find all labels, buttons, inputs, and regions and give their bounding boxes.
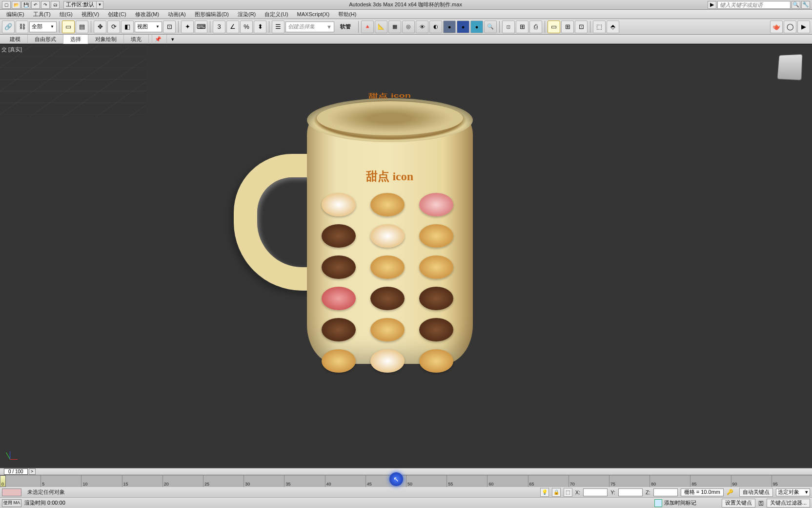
menu-animation[interactable]: 动画(A)	[163, 10, 190, 19]
ribbon-tab-object-paint[interactable]: 对象绘制	[88, 35, 124, 44]
auto-key-button[interactable]: 自动关键点	[739, 488, 773, 497]
render-setup-button[interactable]: ●	[457, 21, 469, 33]
dessert-icon	[370, 318, 405, 341]
render-iterative-icon[interactable]: ◯	[784, 21, 796, 33]
angle-snap-toggle[interactable]: ∠	[226, 21, 239, 33]
open-file-icon[interactable]: 📂	[12, 1, 20, 9]
link-icon[interactable]: 🔗	[2, 21, 15, 33]
workspace-selector[interactable]: 工作区: 默认 ▼	[63, 1, 103, 9]
time-slider[interactable]: ↖ 05101520253035404550556065707580859095…	[0, 475, 812, 487]
time-tick: 55	[447, 475, 453, 487]
viewcube[interactable]	[777, 54, 803, 81]
toggle-ribbon-button[interactable]: ▭	[548, 21, 560, 33]
edit-named-sel-button[interactable]: ☰	[272, 21, 284, 33]
teapot-render-icon[interactable]: 🫖	[770, 21, 783, 33]
ribbon-tab-populate[interactable]: 填充	[124, 35, 149, 44]
save-file-icon[interactable]: 💾	[21, 1, 30, 9]
key-filters-button[interactable]: 关键点过滤器...	[767, 499, 810, 508]
menu-edit[interactable]: 编辑(E)	[2, 10, 29, 19]
open-container-button[interactable]: ⬚	[593, 21, 606, 33]
menu-maxscript[interactable]: MAXScript(X)	[293, 10, 334, 19]
inherit-container-button[interactable]: ⬘	[607, 21, 619, 33]
help-icon[interactable]: 🔧	[801, 1, 810, 9]
ribbon-tab-selection[interactable]: 选择	[63, 35, 88, 44]
material-editor-button[interactable]: ●	[443, 21, 456, 33]
select-by-name-button[interactable]: ▤	[76, 21, 88, 33]
ribbon-pin-icon[interactable]: 📌	[152, 35, 163, 44]
menu-create[interactable]: 创建(C)	[103, 10, 130, 19]
ribbon-tab-freeform[interactable]: 自由形式	[28, 35, 63, 44]
project-folder-icon[interactable]: 🗂	[51, 1, 60, 9]
curve-editor-button[interactable]: 👁	[416, 21, 428, 33]
coord-z-input[interactable]	[653, 488, 678, 496]
search-icon[interactable]: 🔍	[792, 1, 800, 9]
frame-indicator[interactable]: 0 / 100	[4, 468, 28, 475]
percent-snap-toggle[interactable]: %	[240, 21, 253, 33]
infocenter-arrow-icon[interactable]: ▶	[708, 1, 716, 9]
unlink-icon[interactable]: ⛓	[16, 21, 28, 33]
layer-manager-button[interactable]: ▦	[388, 21, 401, 33]
array-button[interactable]: ⊞	[516, 21, 528, 33]
manage-layers-button[interactable]: ⊡	[575, 21, 588, 33]
menu-tools[interactable]: 工具(T)	[29, 10, 55, 19]
chevron-down-icon: ▼	[50, 24, 54, 29]
menu-rendering[interactable]: 渲染(R)	[233, 10, 260, 19]
menu-customize[interactable]: 自定义(U)	[260, 10, 292, 19]
viewport-label[interactable]: 交 [真实]	[1, 46, 22, 53]
undo-icon[interactable]: ↶	[31, 1, 40, 9]
coord-y-input[interactable]	[618, 488, 643, 496]
cursor-highlight	[389, 472, 403, 486]
viewport-layout-button[interactable]: ⊞	[561, 21, 574, 33]
new-file-icon[interactable]: ▢	[2, 1, 11, 9]
lock-selection-icon[interactable]: 💡	[540, 488, 549, 497]
selection-lock-icon[interactable]: ⬚	[564, 488, 572, 497]
ribbon-expand-icon[interactable]: ▾	[166, 35, 178, 44]
snapshot-button[interactable]: ⎙	[529, 21, 542, 33]
quick-align-button[interactable]: ⎅	[502, 21, 515, 33]
menu-help[interactable]: 帮助(H)	[334, 10, 361, 19]
search-input[interactable]	[717, 1, 791, 9]
selection-filter-dropdown[interactable]: 全部▼	[29, 21, 57, 32]
named-selection-dropdown[interactable]: 创建选择集▼	[285, 21, 334, 32]
graphite-toggle[interactable]: ◎	[402, 21, 415, 33]
snap-toggle-3d[interactable]: 3	[213, 21, 225, 33]
align-button[interactable]: 📐	[375, 21, 387, 33]
select-and-move-button[interactable]: ✥	[94, 21, 106, 33]
svg-rect-1	[0, 44, 146, 118]
dessert-icon	[419, 287, 453, 310]
menu-graph-editors[interactable]: 图形编辑器(D)	[190, 10, 233, 19]
set-key-button[interactable]: 设置关键点	[722, 499, 755, 508]
render-production-button[interactable]: 🔍	[484, 21, 497, 33]
menu-modifiers[interactable]: 修改器(M)	[131, 10, 164, 19]
use-pivot-center-button[interactable]: ⊡	[163, 21, 176, 33]
time-slider-track[interactable]: ↖ 05101520253035404550556065707580859095…	[0, 475, 812, 487]
select-object-button[interactable]: ▭	[62, 21, 75, 33]
mirror-button[interactable]: 🔺	[361, 21, 374, 33]
render-last-icon[interactable]: ▶	[797, 21, 810, 33]
isolate-selection-icon[interactable]: 🔒	[552, 488, 561, 497]
time-tag-icon	[654, 499, 662, 507]
key-mode-icon[interactable]: 🔑	[727, 489, 736, 495]
autokey-swatch[interactable]	[2, 488, 21, 496]
rendered-frame-button[interactable]: ●	[470, 21, 483, 33]
reference-coord-dropdown[interactable]: 视图▼	[135, 21, 162, 32]
redo-icon[interactable]: ↷	[41, 1, 50, 9]
menu-views[interactable]: 视图(V)	[77, 10, 104, 19]
schematic-view-button[interactable]: ◐	[429, 21, 442, 33]
coord-x-input[interactable]	[583, 488, 608, 496]
keyboard-shortcut-toggle[interactable]: ⌨	[195, 21, 207, 33]
select-and-scale-button[interactable]: ◧	[121, 21, 134, 33]
spinner-snap-toggle[interactable]: ⬍	[254, 21, 266, 33]
menu-group[interactable]: 组(G)	[55, 10, 77, 19]
frame-expand-button[interactable]: >	[29, 468, 36, 475]
select-manipulate-button[interactable]: ✦	[181, 21, 194, 33]
workspace-dropdown-icon[interactable]: ▼	[97, 1, 103, 9]
ribbon-tab-modeling[interactable]: 建模	[3, 35, 28, 44]
scene-object-mug[interactable]: 甜点 icon 甜点 icon	[307, 115, 473, 364]
key-mode-dropdown[interactable]: 选定对象▾	[776, 488, 810, 496]
key-filters-icon[interactable]: ⚿	[758, 500, 764, 506]
maxscript-listener[interactable]: 使用 MA	[2, 499, 21, 507]
select-and-rotate-button[interactable]: ⟳	[107, 21, 120, 33]
add-time-tag[interactable]: 添加时间标记	[654, 499, 696, 507]
viewport[interactable]: 交 [真实] 甜点 icon 甜点 icon	[0, 44, 812, 468]
